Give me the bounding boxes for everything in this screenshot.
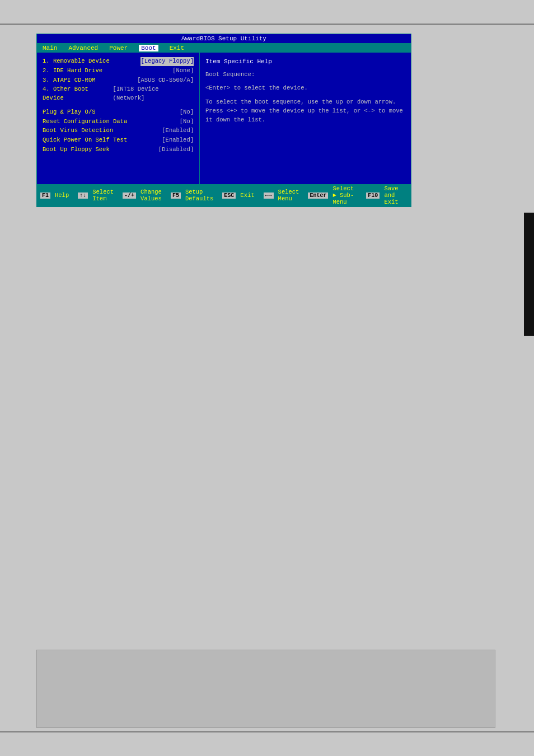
setting-value-other: [INT18 Device (Network] [113, 85, 194, 103]
setting-row-boot-virus[interactable]: Boot Virus Detection [Enabled] [43, 126, 194, 135]
bottom-divider [0, 731, 534, 732]
setting-row-atapi[interactable]: 3. ATAPI CD-ROM [ASUS CD-S500/A] [43, 76, 194, 85]
label-select-submenu: Select ► Sub-Menu [332, 185, 357, 205]
bios-window: AwardBIOS Setup Utility Main Advanced Po… [36, 34, 411, 207]
setting-row-removable[interactable]: 1. Removable Device [Legacy Floppy] [43, 57, 194, 66]
key-enter: Enter [308, 192, 328, 199]
setting-row-ide[interactable]: 2. IDE Hard Drive [None] [43, 67, 194, 76]
menu-item-advanced[interactable]: Advanced [68, 45, 98, 51]
menu-item-boot[interactable]: Boot [139, 45, 158, 51]
label-save-exit: Save and Exit [384, 185, 403, 205]
menu-item-exit[interactable]: Exit [170, 45, 184, 51]
label-exit: Exit [240, 192, 254, 199]
key-change: -/+ [123, 192, 136, 199]
bios-help-panel: Item Specific Help Boot Sequence: <Enter… [199, 53, 411, 199]
bios-menu-bar[interactable]: Main Advanced Power Boot Exit [37, 44, 411, 53]
label-select-menu: Select Menu [278, 189, 299, 202]
setting-label-floppy-seek: Boot Up Floppy Seek [43, 145, 110, 154]
label-setup-defaults: Setup Defaults [185, 189, 213, 202]
setting-label-removable: 1. Removable Device [43, 57, 110, 66]
help-text-2: To select the boot sequence, use the up … [205, 97, 405, 125]
setting-label-reset-config: Reset Configuration Data [43, 118, 127, 126]
setting-value-removable: [Legacy Floppy] [140, 57, 194, 66]
setting-label-atapi: 3. ATAPI CD-ROM [43, 76, 96, 85]
setting-row-floppy-seek[interactable]: Boot Up Floppy Seek [Disabled] [43, 145, 194, 154]
setting-value-reset-config: [No] [180, 118, 194, 126]
label-help: Help [55, 192, 69, 199]
setting-value-pnp: [No] [180, 108, 194, 117]
help-title: Item Specific Help [205, 57, 405, 67]
key-f1: F1 [40, 192, 50, 199]
label-select-item: Select Item [92, 189, 114, 202]
key-leftright: ←→ [264, 192, 274, 199]
bios-footer: F1 Help ↑↓ Select Item -/+ Change Values… [37, 184, 411, 206]
setting-value-boot-virus: [Enabled] [162, 126, 194, 135]
bios-left-panel: 1. Removable Device [Legacy Floppy] 2. I… [37, 53, 199, 199]
setting-row-quick-power[interactable]: Quick Power On Self Test [Enabled] [43, 136, 194, 145]
setting-value-atapi: [ASUS CD-S500/A] [137, 76, 194, 85]
key-f10: F10 [366, 192, 380, 199]
setting-row-reset-config[interactable]: Reset Configuration Data [No] [43, 118, 194, 126]
setting-label-boot-virus: Boot Virus Detection [43, 126, 113, 135]
help-text-1: <Enter> to select the device. [205, 83, 405, 92]
bios-title-text: AwardBIOS Setup Utility [181, 35, 266, 42]
right-sidebar-bar [524, 213, 534, 336]
bios-content-area: 1. Removable Device [Legacy Floppy] 2. I… [37, 53, 411, 199]
setting-label-quick-power: Quick Power On Self Test [43, 136, 127, 145]
help-boot-sequence-label: Boot Sequence: [205, 70, 405, 79]
menu-item-main[interactable]: Main [43, 45, 57, 51]
menu-item-power[interactable]: Power [109, 45, 128, 51]
key-updown: ↑↓ [78, 192, 88, 199]
setting-row-other[interactable]: 4. Other Boot Device [INT18 Device (Netw… [43, 85, 194, 103]
setting-label-ide: 2. IDE Hard Drive [43, 67, 102, 76]
page-container: AwardBIOS Setup Utility Main Advanced Po… [0, 0, 534, 756]
bios-title: AwardBIOS Setup Utility [37, 34, 411, 44]
setting-label-pnp: Plug & Play O/S [43, 108, 96, 117]
bottom-gray-box [36, 650, 495, 728]
label-change-values: Change Values [140, 189, 162, 202]
setting-value-floppy-seek: [Disabled] [158, 145, 194, 154]
key-f5: F5 [171, 192, 181, 199]
setting-value-ide: [None] [172, 67, 194, 76]
setting-row-pnp[interactable]: Plug & Play O/S [No] [43, 108, 194, 117]
setting-label-other: 4. Other Boot Device [43, 85, 113, 103]
key-esc: ESC [222, 192, 236, 199]
setting-value-quick-power: [Enabled] [162, 136, 194, 145]
top-divider [0, 24, 534, 25]
